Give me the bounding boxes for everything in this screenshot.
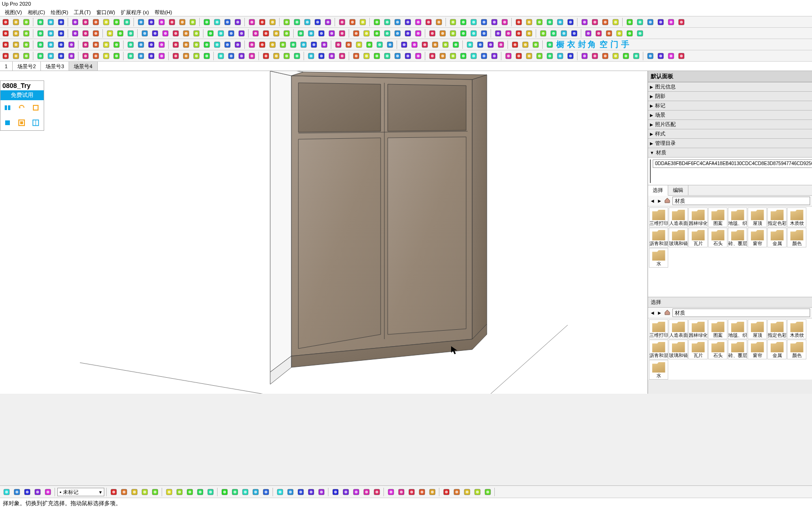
bottom-tool-button[interactable] <box>251 487 260 497</box>
toolbar-button[interactable] <box>646 17 655 27</box>
toolbar-button[interactable] <box>438 29 447 38</box>
toolbar-button[interactable] <box>122 17 132 27</box>
toolbar-button[interactable] <box>496 40 506 49</box>
toolbar-button[interactable] <box>545 51 554 61</box>
toolbar-button[interactable] <box>666 17 676 27</box>
material-tab[interactable]: 编辑 <box>668 185 688 195</box>
nav-back-icon-2[interactable]: ◄ <box>650 310 655 316</box>
bottom-tool-button[interactable] <box>351 487 361 497</box>
bottom-tool-button[interactable] <box>230 487 240 497</box>
material-category[interactable]: 石头 <box>708 340 727 359</box>
toolbar-button[interactable] <box>112 51 121 61</box>
menu-item[interactable]: 帮助(H) <box>152 8 175 16</box>
toolbar-button[interactable] <box>136 51 146 61</box>
toolbar-button[interactable] <box>1 51 10 61</box>
bottom-tool-button[interactable] <box>296 487 305 497</box>
toolbar-button[interactable] <box>545 40 554 49</box>
toolbar-button[interactable] <box>566 51 575 61</box>
bottom-tool-button[interactable] <box>23 487 32 497</box>
panel-icon-4[interactable] <box>1 117 14 128</box>
toolbar-button[interactable] <box>258 40 267 49</box>
toolbar-button[interactable] <box>344 40 353 49</box>
toolbar-button[interactable] <box>147 17 156 27</box>
toolbar-button[interactable] <box>272 29 281 38</box>
toolbar-button[interactable] <box>469 17 478 27</box>
toolbar-button[interactable] <box>656 51 665 61</box>
toolbar-button[interactable] <box>1 40 10 49</box>
toolbar-button[interactable] <box>383 29 392 38</box>
toolbar-button[interactable] <box>309 40 319 49</box>
toolbar-button[interactable] <box>157 51 166 61</box>
material-category[interactable]: 颜色 <box>787 228 806 247</box>
toolbar-button[interactable] <box>420 40 429 49</box>
toolbar-button[interactable] <box>611 51 620 61</box>
toolbar-button[interactable] <box>555 17 565 27</box>
toolbar-button[interactable] <box>147 40 156 49</box>
material-category[interactable]: 木质纹 <box>787 319 806 339</box>
toolbar-button[interactable] <box>313 17 322 27</box>
toolbar-button[interactable] <box>226 51 236 61</box>
toolbar-button[interactable] <box>181 40 191 49</box>
3d-viewport[interactable] <box>0 71 648 394</box>
toolbar-button[interactable] <box>81 17 90 27</box>
toolbar-button[interactable] <box>677 17 686 27</box>
toolbar-button[interactable] <box>504 29 513 38</box>
toolbar-button[interactable] <box>524 17 534 27</box>
toolbar-button[interactable] <box>102 17 111 27</box>
toolbar-button[interactable] <box>11 40 21 49</box>
toolbar-button[interactable] <box>81 29 90 38</box>
toolbar-button[interactable] <box>167 17 177 27</box>
panel-icon-1[interactable] <box>1 102 14 113</box>
bottom-tool-button[interactable] <box>195 487 205 497</box>
scene-tab[interactable]: 场景号3 <box>41 62 69 71</box>
toolbar-button[interactable] <box>67 40 76 49</box>
toolbar-button[interactable] <box>56 40 66 49</box>
bottom-tool-button[interactable] <box>407 487 416 497</box>
material-category[interactable]: 屋顶 <box>748 319 767 339</box>
toolbar-button[interactable] <box>334 40 343 49</box>
text-tool-button[interactable]: 橱 <box>555 40 565 49</box>
toolbar-button[interactable] <box>399 40 409 49</box>
toolbar-button[interactable] <box>317 51 326 61</box>
toolbar-button[interactable] <box>317 29 326 38</box>
toolbar-button[interactable] <box>292 51 302 61</box>
toolbar-button[interactable] <box>383 51 392 61</box>
toolbar-button[interactable] <box>403 29 413 38</box>
toolbar-button[interactable] <box>459 51 468 61</box>
toolbar-button[interactable] <box>486 40 495 49</box>
toolbar-button[interactable] <box>289 40 298 49</box>
toolbar-button[interactable] <box>666 51 676 61</box>
toolbar-button[interactable] <box>202 51 211 61</box>
toolbar-button[interactable] <box>348 17 357 27</box>
toolbar-button[interactable] <box>524 51 534 61</box>
toolbar-button[interactable] <box>36 17 45 27</box>
bottom-tool-button[interactable] <box>43 487 53 497</box>
tray-section-header[interactable]: ▶图元信息 <box>648 82 812 92</box>
toolbar-button[interactable] <box>372 17 382 27</box>
material-tab[interactable]: 选择 <box>648 185 668 196</box>
toolbar-button[interactable] <box>635 29 645 38</box>
toolbar-button[interactable] <box>625 29 634 38</box>
toolbar-button[interactable] <box>438 51 447 61</box>
material-category[interactable]: 园林绿化 <box>688 319 708 339</box>
material-category[interactable]: 屋顶 <box>748 207 767 227</box>
toolbar-button[interactable] <box>410 40 419 49</box>
material-category[interactable]: 金属 <box>767 228 787 247</box>
bottom-tool-button[interactable] <box>33 487 42 497</box>
material-category[interactable]: 图案 <box>708 207 727 227</box>
material-category[interactable]: 三维打印 <box>649 319 668 339</box>
toolbar-button[interactable] <box>514 51 523 61</box>
bottom-tool-button[interactable] <box>175 487 184 497</box>
tray-section-header[interactable]: ▶样式 <box>648 129 812 139</box>
toolbar-button[interactable] <box>555 51 565 61</box>
toolbar-button[interactable] <box>261 29 271 38</box>
menu-item[interactable]: 相机(C) <box>25 8 48 16</box>
toolbar-button[interactable] <box>299 40 308 49</box>
toolbar-button[interactable] <box>580 51 589 61</box>
material-category[interactable]: 瓦片 <box>688 340 708 359</box>
bottom-tool-button[interactable] <box>306 487 316 497</box>
material-category[interactable]: 三维打印 <box>649 207 668 227</box>
bottom-tool-button[interactable] <box>473 487 482 497</box>
toolbar-button[interactable] <box>112 40 121 49</box>
panel-icon-3[interactable] <box>30 102 42 113</box>
